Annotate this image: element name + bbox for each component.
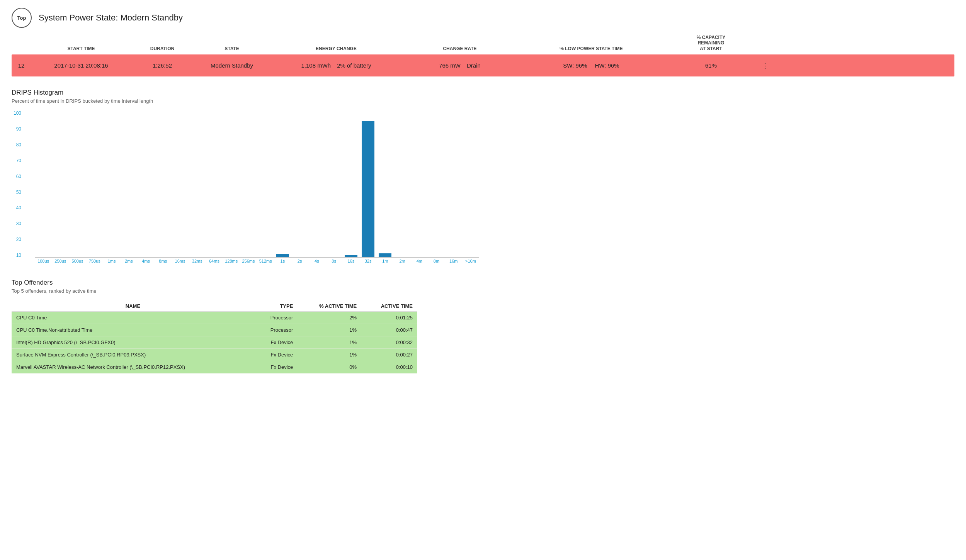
offender-pct-2: 1%	[298, 336, 361, 349]
y-label-60: 60	[16, 174, 21, 179]
y-label-10: 10	[16, 253, 21, 258]
bar-128ms	[223, 111, 240, 257]
col-low-power: % LOW POWER STATE TIME	[518, 46, 665, 51]
low-power-sw: SW: 96%	[559, 58, 591, 73]
row-capacity: 61%	[665, 58, 757, 73]
offender-time-0: 0:01:25	[361, 312, 417, 324]
offenders-table: NAME TYPE % ACTIVE TIME ACTIVE TIME CPU …	[12, 301, 417, 373]
bar-1ms	[104, 111, 121, 257]
bar-32ms	[189, 111, 206, 257]
col-header-name: NAME	[12, 301, 254, 312]
bar-16s	[342, 111, 359, 257]
low-power-hw: HW: 96%	[591, 58, 623, 73]
bar-8s	[325, 111, 342, 257]
x-label-8ms: 8ms	[155, 259, 172, 263]
offender-row-3: Surface NVM Express Controller (\_SB.PCI…	[12, 349, 417, 361]
x-label-64ms: 64ms	[206, 259, 223, 263]
y-label-50: 50	[16, 190, 21, 195]
col-capacity: % CAPACITYREMAININGAT START	[665, 35, 757, 51]
offender-name-0: CPU C0 Time	[12, 312, 254, 324]
bar-500us	[69, 111, 86, 257]
row-index: 12	[12, 58, 31, 73]
x-label-8s: 8s	[325, 259, 342, 263]
drips-title: DRIPS Histogram	[12, 89, 954, 97]
offenders-subtitle: Top 5 offenders, ranked by active time	[12, 288, 954, 294]
bar-100us	[35, 111, 52, 257]
row-more-button[interactable]: ⋮	[757, 58, 773, 74]
x-label-750us: 750us	[86, 259, 103, 263]
y-label-40: 40	[16, 205, 21, 210]
table-row: 12 2017-10-31 20:08:16 1:26:52 Modern St…	[12, 54, 954, 76]
row-start-time: 2017-10-31 20:08:16	[31, 58, 131, 73]
y-label-100: 100	[14, 111, 21, 115]
offenders-section: Top Offenders Top 5 offenders, ranked by…	[12, 279, 954, 373]
bar-2m	[394, 111, 411, 257]
offender-time-1: 0:00:47	[361, 324, 417, 336]
page-title: System Power State: Modern Standby	[39, 13, 183, 23]
y-label-30: 30	[16, 221, 21, 226]
x-label-1m: 1m	[377, 259, 394, 263]
offender-type-4: Fx Device	[254, 361, 298, 373]
drips-section: DRIPS Histogram Percent of time spent in…	[12, 89, 954, 263]
rate-mw: 766 mW	[436, 58, 464, 73]
energy-pct: 2% of battery	[334, 58, 374, 73]
x-label-1s: 1s	[274, 259, 291, 263]
bar-250us	[52, 111, 69, 257]
y-label-80: 80	[16, 143, 21, 147]
col-header-type: TYPE	[254, 301, 298, 312]
x-label-250us: 250us	[52, 259, 69, 263]
x-label-4ms: 4ms	[137, 259, 154, 263]
offender-row-1: CPU C0 Time.Non-attributed TimeProcessor…	[12, 324, 417, 336]
y-label-20: 20	[16, 237, 21, 242]
table-header: START TIME DURATION STATE ENERGY CHANGE …	[12, 35, 954, 54]
col-duration: DURATION	[131, 46, 193, 51]
x-label-4s: 4s	[308, 259, 325, 263]
bar-8ms	[155, 111, 172, 257]
row-change-rate: 766 mW Drain	[402, 54, 518, 76]
chart-area	[35, 111, 479, 258]
offender-name-1: CPU C0 Time.Non-attributed Time	[12, 324, 254, 336]
x-label-2m: 2m	[394, 259, 411, 263]
bar-256ms	[240, 111, 257, 257]
bar-750us	[87, 111, 104, 257]
top-button[interactable]: Top	[12, 8, 32, 28]
offender-pct-0: 2%	[298, 312, 361, 324]
x-label-2s: 2s	[291, 259, 308, 263]
col-start-time: START TIME	[31, 46, 131, 51]
y-label-70: 70	[16, 158, 21, 163]
bar-4m	[411, 111, 428, 257]
x-label-8m: 8m	[428, 259, 445, 263]
bar-32s	[360, 111, 377, 257]
x-label-16s: 16s	[342, 259, 359, 263]
x-label-100us: 100us	[35, 259, 52, 263]
bar-2ms	[121, 111, 138, 257]
x-label-2ms: 2ms	[120, 259, 137, 263]
offender-pct-4: 0%	[298, 361, 361, 373]
offender-row-2: Intel(R) HD Graphics 520 (\_SB.PCI0.GFX0…	[12, 336, 417, 349]
x-label-32ms: 32ms	[189, 259, 206, 263]
offender-type-3: Fx Device	[254, 349, 298, 361]
x-label-128ms: 128ms	[223, 259, 240, 263]
bar-1s	[274, 111, 291, 257]
bar-2s	[291, 111, 308, 257]
drips-subtitle: Percent of time spent in DRIPS bucketed …	[12, 98, 954, 104]
row-energy-change: 1,108 mWh 2% of battery	[270, 54, 402, 76]
x-label-32s: 32s	[359, 259, 376, 263]
offender-type-2: Fx Device	[254, 336, 298, 349]
offenders-title: Top Offenders	[12, 279, 954, 287]
x-label-16ms: 16ms	[172, 259, 189, 263]
offender-pct-3: 1%	[298, 349, 361, 361]
row-low-power: SW: 96% HW: 96%	[518, 54, 665, 76]
bar-4ms	[138, 111, 155, 257]
col-header-active-time: ACTIVE TIME	[361, 301, 417, 312]
offender-time-4: 0:00:10	[361, 361, 417, 373]
x-label-256ms: 256ms	[240, 259, 257, 263]
x-label-4m: 4m	[411, 259, 428, 263]
offender-time-3: 0:00:27	[361, 349, 417, 361]
col-energy-change: ENERGY CHANGE	[270, 46, 402, 51]
offender-type-0: Processor	[254, 312, 298, 324]
offender-row-4: Marvell AVASTAR Wireless-AC Network Cont…	[12, 361, 417, 373]
col-change-rate: CHANGE RATE	[402, 46, 518, 51]
offender-pct-1: 1%	[298, 324, 361, 336]
energy-mwh: 1,108 mWh	[298, 58, 334, 73]
